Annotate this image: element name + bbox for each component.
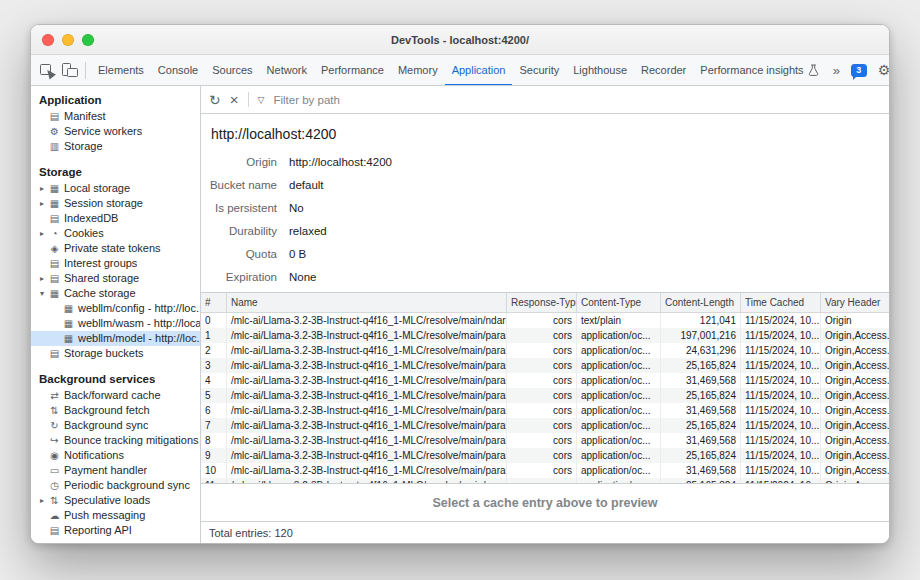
tab-performance-insights[interactable]: Performance insights <box>693 55 825 86</box>
sidebar-item-private-state-tokens[interactable]: ◈ Private state tokens <box>31 241 200 256</box>
/mlc-ai/Llama-3.2-3B-Instruct-q4f16_1-MLC/resolve/main/ndarray-c...[interactable]: 0 /mlc-ai/Llama-3.2-3B-Instruct-q4f16_1-… <box>201 313 889 328</box>
/mlc-ai/Llama-3.2-3B-Instruct-q4f16_1-MLC/resolve/main/params_s...[interactable]: 1 /mlc-ai/Llama-3.2-3B-Instruct-q4f16_1-… <box>201 328 889 343</box>
cell-time-cached: 11/15/2024, 10... <box>741 328 821 343</box>
expand-arrow-icon: ▸ <box>37 181 47 196</box>
/mlc-ai/Llama-3.2-3B-Instruct-q4f16_1-MLC/resolve/main/params_s...[interactable]: 7 /mlc-ai/Llama-3.2-3B-Instruct-q4f16_1-… <box>201 418 889 433</box>
/mlc-ai/Llama-3.2-3B-Instruct-q4f16_1-MLC/resolve/main/params_s...[interactable]: 8 /mlc-ai/Llama-3.2-3B-Instruct-q4f16_1-… <box>201 433 889 448</box>
detail-row: Durability relaxed <box>201 219 889 242</box>
sidebar-item-push-messaging[interactable]: ☁ Push messaging <box>31 508 200 523</box>
table-icon: ▦ <box>61 316 76 331</box>
cell-content-type: application/oc... <box>577 373 661 388</box>
tab-memory[interactable]: Memory <box>391 55 445 86</box>
cell-index: 10 <box>201 463 227 478</box>
cell-index: 2 <box>201 343 227 358</box>
device-toolbar-icon[interactable] <box>61 62 78 78</box>
table-icon: ▦ <box>47 181 62 196</box>
tab-performance[interactable]: Performance <box>314 55 391 86</box>
sidebar-item-label: webllm/config - http://loc... <box>76 301 200 316</box>
sidebar-item-background-fetch[interactable]: ⇅ Background fetch <box>31 403 200 418</box>
/mlc-ai/Llama-3.2-3B-Instruct-q4f16_1-MLC/resolve/main/params_s...[interactable]: 6 /mlc-ai/Llama-3.2-3B-Instruct-q4f16_1-… <box>201 403 889 418</box>
tab-lighthouse[interactable]: Lighthouse <box>566 55 634 86</box>
status-bar: Total entries: 120 <box>201 521 889 543</box>
tab-network[interactable]: Network <box>260 55 314 86</box>
grid-body: 0 /mlc-ai/Llama-3.2-3B-Instruct-q4f16_1-… <box>201 313 889 483</box>
cell-content-length: 25,165,824 <box>661 448 741 463</box>
manifest-icon: ▤ <box>47 109 62 124</box>
sidebar-item-storage-buckets[interactable]: ▤ Storage buckets <box>31 346 200 361</box>
cell-content-type: application/oc... <box>577 448 661 463</box>
sidebar-item-label: Push messaging <box>62 508 145 523</box>
sidebar-item-bounce-tracking-mitigations[interactable]: ↪ Bounce tracking mitigations <box>31 433 200 448</box>
loads-icon: ⇅ <box>47 493 62 508</box>
column-header-time-cached[interactable]: Time Cached <box>741 293 821 312</box>
column-header-content-type[interactable]: Content-Type <box>577 293 661 312</box>
cell-index: 8 <box>201 433 227 448</box>
tab-elements[interactable]: Elements <box>91 55 151 86</box>
inspect-element-icon[interactable] <box>39 62 55 78</box>
issues-counter-button[interactable]: 3 <box>851 64 867 77</box>
sidebar-item-speculative-loads[interactable]: ▸ ⇅ Speculative loads <box>31 493 200 508</box>
refresh-icon[interactable]: ↻ <box>209 92 221 108</box>
sidebar-item-manifest[interactable]: ▤ Manifest <box>31 109 200 124</box>
/mlc-ai/Llama-3.2-3B-Instruct-q4f16_1-MLC/resolve/main/params_s...[interactable]: 2 /mlc-ai/Llama-3.2-3B-Instruct-q4f16_1-… <box>201 343 889 358</box>
filter-by-path-input[interactable] <box>273 94 493 106</box>
cell-index: 3 <box>201 358 227 373</box>
storage-icon: ▥ <box>47 139 62 154</box>
settings-gear-icon[interactable]: ⚙ <box>873 62 889 78</box>
sidebar-item-payment-handler[interactable]: ▭ Payment handler <box>31 463 200 478</box>
tab-console[interactable]: Console <box>151 55 205 86</box>
sidebar-item-webllm-model[interactable]: ▦ webllm/model - http://loc... <box>31 331 200 346</box>
sidebar-item-indexeddb[interactable]: ▤ IndexedDB <box>31 211 200 226</box>
sidebar-item-background-sync[interactable]: ↻ Background sync <box>31 418 200 433</box>
sidebar-item-shared-storage[interactable]: ▸ ▤ Shared storage <box>31 271 200 286</box>
tab-security[interactable]: Security <box>512 55 566 86</box>
cell-response-type: cors <box>507 373 577 388</box>
tab-sources[interactable]: Sources <box>205 55 259 86</box>
cell-vary-header: Origin,Access... <box>821 328 889 343</box>
/mlc-ai/Llama-3.2-3B-Instruct-q4f16_1-MLC/resolve/main/params_s...[interactable]: 5 /mlc-ai/Llama-3.2-3B-Instruct-q4f16_1-… <box>201 388 889 403</box>
/mlc-ai/Llama-3.2-3B-Instruct-q4f16_1-MLC/resolve/main/params_s...[interactable]: 10 /mlc-ai/Llama-3.2-3B-Instruct-q4f16_1… <box>201 463 889 478</box>
cell-time-cached: 11/15/2024, 10... <box>741 403 821 418</box>
/mlc-ai/Llama-3.2-3B-Instruct-q4f16_1-MLC/resolve/main/params_s...[interactable]: 3 /mlc-ai/Llama-3.2-3B-Instruct-q4f16_1-… <box>201 358 889 373</box>
cell-response-type: cors <box>507 403 577 418</box>
sidebar-item-service-workers[interactable]: ⚙ Service workers <box>31 124 200 139</box>
sidebar-item-session-storage[interactable]: ▸ ▦ Session storage <box>31 196 200 211</box>
sidebar-item-webllm-wasm[interactable]: ▦ webllm/wasm - http://loca... <box>31 316 200 331</box>
column-header-content-length[interactable]: Content-Length <box>661 293 741 312</box>
column-header-response-type[interactable]: Response-Type <box>507 293 577 312</box>
column-header-name[interactable]: Name <box>227 293 507 312</box>
column-header-vary-header[interactable]: Vary Header <box>821 293 889 312</box>
tab-application[interactable]: Application <box>445 55 513 86</box>
cell-index: 7 <box>201 418 227 433</box>
sidebar-item-reporting-api[interactable]: ▤ Reporting API <box>31 523 200 538</box>
bucket-icon: ▤ <box>47 346 62 361</box>
cell-content-type: text/plain <box>577 313 661 328</box>
sidebar-item-label: Cookies <box>62 226 104 241</box>
sidebar-item-periodic-background-sync[interactable]: ◷ Periodic background sync <box>31 478 200 493</box>
delete-selected-icon[interactable]: × <box>230 91 239 108</box>
sidebar-item-back-forward-cache[interactable]: ⇄ Back/forward cache <box>31 388 200 403</box>
sidebar-item-label: Local storage <box>62 181 130 196</box>
sidebar-item-label: Storage <box>62 139 103 154</box>
sidebar-item-label: Reporting API <box>62 523 132 538</box>
sidebar-item-notifications[interactable]: ◉ Notifications <box>31 448 200 463</box>
cell-content-length: 24,631,296 <box>661 343 741 358</box>
sidebar-item-label: Storage buckets <box>62 346 144 361</box>
tab-recorder[interactable]: Recorder <box>634 55 693 86</box>
cell-content-type: application/oc... <box>577 463 661 478</box>
/mlc-ai/Llama-3.2-3B-Instruct-q4f16_1-MLC/resolve/main/params_s...[interactable]: 9 /mlc-ai/Llama-3.2-3B-Instruct-q4f16_1-… <box>201 448 889 463</box>
sidebar-item-label: Notifications <box>62 448 124 463</box>
sidebar-item-storage[interactable]: ▥ Storage <box>31 139 200 154</box>
sidebar-item-cookies[interactable]: ▸ ◔ Cookies <box>31 226 200 241</box>
sidebar-item-cache-storage[interactable]: ▾ ▦ Cache storage <box>31 286 200 301</box>
sidebar-item-interest-groups[interactable]: ▤ Interest groups <box>31 256 200 271</box>
sidebar-item-label: Session storage <box>62 196 143 211</box>
detail-value: relaxed <box>289 225 327 237</box>
/mlc-ai/Llama-3.2-3B-Instruct-q4f16_1-MLC/resolve/main/params_s...[interactable]: 4 /mlc-ai/Llama-3.2-3B-Instruct-q4f16_1-… <box>201 373 889 388</box>
sidebar-item-webllm-config[interactable]: ▦ webllm/config - http://loc... <box>31 301 200 316</box>
column-header-index[interactable]: # <box>201 293 227 312</box>
sidebar-item-local-storage[interactable]: ▸ ▦ Local storage <box>31 181 200 196</box>
cookie-icon: ◔ <box>47 226 62 241</box>
more-tabs-button[interactable]: » <box>828 63 845 78</box>
devtools-tabbar: Elements Console Sources Network Perform… <box>31 55 889 86</box>
